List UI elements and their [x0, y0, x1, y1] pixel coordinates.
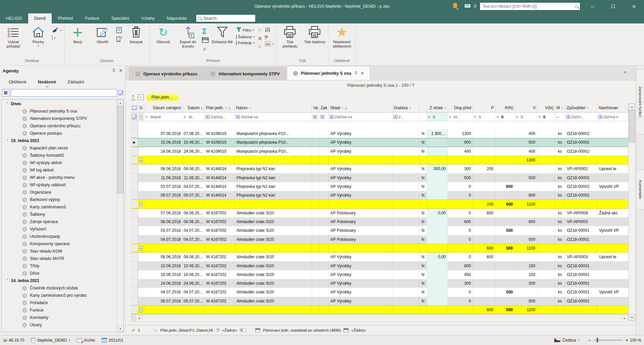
- splitter-handle[interactable]: [131, 315, 136, 322]
- sidebar-tab-ned-vn[interactable]: Nedávné: [38, 79, 56, 84]
- column-header-zak[interactable]: Zak∞: [319, 103, 329, 113]
- filter-cell-zak[interactable]: A: [319, 113, 329, 121]
- filter-cell-datum[interactable]: =St...: [183, 113, 205, 121]
- row-selector-cell[interactable]: [131, 244, 138, 252]
- column-header-v-n[interactable]: V(N): [537, 103, 555, 113]
- nastaven-obl-ben-ch-button[interactable]: ★Nastavení oblíbených: [330, 24, 354, 49]
- row-selector-cell[interactable]: [131, 164, 138, 173]
- tree-item-ulo-en-rozpady[interactable]: Uloženérozpady: [2, 233, 116, 240]
- tree-group-15-ledna-2021[interactable]: ˅15. ledna 2021: [2, 137, 116, 144]
- close-panel-icon[interactable]: ✕: [119, 68, 122, 73]
- column-header-sklad[interactable]: Sklad∞△: [329, 103, 392, 113]
- tree-item-wf-akce-polo-ky-menu[interactable]: Wf akce - položky menu: [2, 174, 116, 181]
- tree-item-vy-azen[interactable]: Vyřazení: [2, 225, 116, 233]
- column-header-m[interactable]: M∞: [555, 103, 565, 113]
- tree-item-zdroje-operace[interactable]: Zdroje operace: [2, 218, 116, 225]
- tree-item-kapacitn-pl-n-verze[interactable]: Kapacitní plán verze: [2, 144, 116, 152]
- filter-cell-z-sklad[interactable]: =S: [427, 113, 448, 121]
- filter-cell-col10[interactable]: [419, 113, 427, 121]
- filter-cell-datum-zah-jen[interactable]: =Stejné: [144, 113, 183, 121]
- ablony-button[interactable]: Šablony▾: [235, 34, 256, 39]
- filter-cell-disp-p-ed[interactable]: =St...: [448, 113, 473, 121]
- menu-tab-helios[interactable]: HELIOS: [0, 13, 28, 23]
- pin-icon[interactable]: [112, 68, 116, 73]
- pohledy-button[interactable]: Pohledy▾: [235, 41, 256, 45]
- scrollbar-thumb[interactable]: [117, 106, 123, 193]
- smazat-button[interactable]: Smazat: [124, 24, 148, 45]
- tab-processing-functions[interactable]: Zpracování funkcí: [636, 69, 644, 135]
- column-header-zp-sobitel[interactable]: Způsobitel∞: [565, 103, 597, 113]
- filter-icon[interactable]: ▽: [216, 328, 219, 333]
- filter-dropdown-icon[interactable]: ▾: [139, 114, 143, 120]
- split-button[interactable]: [201, 37, 210, 44]
- row-selector-cell[interactable]: [131, 173, 138, 182]
- row-selector-cell[interactable]: [131, 306, 138, 314]
- tree-item-tvary[interactable]: Útvary: [2, 321, 116, 329]
- tree-item-alternativn-komponenty-stpv[interactable]: Alternativní komponenty STPV: [2, 115, 116, 122]
- plochy-button[interactable]: Plochy▾: [26, 24, 50, 48]
- tisk-ablony-button[interactable]: Tisk šablony: [303, 24, 327, 45]
- group-total-row[interactable]: −6005001100: [131, 305, 628, 314]
- group-total-row[interactable]: −2006001100: [131, 200, 628, 208]
- zoom-slider-thumb[interactable]: [597, 338, 598, 342]
- column-header-col0[interactable]: [131, 103, 138, 113]
- collapse-group-button[interactable]: −: [138, 94, 144, 100]
- filter-cell-g[interactable]: ▾: [138, 113, 144, 121]
- scroll-right-icon[interactable]: ▸: [621, 315, 628, 322]
- tree-item-konstanty[interactable]: Konstanty: [2, 314, 116, 321]
- table-row[interactable]: 08.06.201808.06.20...M 4144014Přepravka …: [131, 164, 628, 173]
- row-selector-cell[interactable]: [131, 182, 138, 191]
- period-indicator[interactable]: 2021/01: [102, 338, 123, 343]
- menu-tab-vztahy[interactable]: Vztahy: [135, 13, 161, 23]
- maximize-button[interactable]: [604, 1, 622, 12]
- row-selector-cell[interactable]: [131, 209, 138, 217]
- filter-cell-v-n[interactable]: =S: [537, 113, 555, 121]
- scroll-down-icon[interactable]: ▾: [117, 326, 123, 332]
- sort-fields[interactable]: Plán.jedn.,Sklad,P.č.,Datum,Hl.: [160, 328, 214, 332]
- table-row[interactable]: 04.07.201804.07.20...M 4167202Almdudler …: [131, 288, 628, 296]
- tree-item-ablony-formul[interactable]: Šablony formulářů: [2, 152, 116, 159]
- group-by-label[interactable]: Plán.jedn.: [146, 94, 179, 100]
- filter-cell-col0[interactable]: [131, 113, 138, 121]
- grid-vertical-scrollbar[interactable]: ▴ ▾: [629, 103, 635, 321]
- color-swatch-button[interactable]: ▾: [51, 36, 63, 40]
- filter-cell-navrhovan[interactable]: AZačíná n: [597, 113, 628, 121]
- doc-button[interactable]: [115, 27, 123, 34]
- toggle-button[interactable]: [264, 35, 275, 40]
- column-header-p[interactable]: P: [473, 103, 495, 113]
- collapse-all-button[interactable]: ↑: [131, 94, 135, 100]
- x-gray-button[interactable]: ✕: [257, 27, 263, 33]
- tree-item-bankovn-v-pisy[interactable]: Bankovní výpisy: [2, 196, 116, 203]
- messages-icon[interactable]: [463, 2, 472, 10]
- tree-item-wf-v-skyty-aktivit[interactable]: Wf výskyty aktivit: [2, 159, 116, 166]
- column-header-col10[interactable]: [419, 103, 427, 113]
- row-selector-cell[interactable]: [131, 147, 138, 156]
- column-header-datum-zah-jen[interactable]: Datum zahájení: [144, 103, 183, 113]
- filter-cell-m[interactable]: ɯ: [555, 113, 565, 121]
- filter-cell-zp-sobitel[interactable]: AZačín...: [565, 113, 597, 121]
- tisk-p-ehledu-button[interactable]: Tisk přehledu: [278, 24, 302, 49]
- tree-item-operace-postupu[interactable]: Operace postupu: [2, 130, 116, 137]
- menu-tab-speci-ln[interactable]: Speciální: [105, 13, 135, 23]
- row-selector-cell[interactable]: ▶: [131, 138, 138, 146]
- tree-item-karty-zam-stnanc-pro-v-robu[interactable]: Karty zaměstnanců pro výrobu: [2, 292, 116, 299]
- filter-cell-p-n[interactable]: =S: [495, 113, 515, 121]
- row-selector-cell[interactable]: [131, 217, 138, 226]
- document-tab-alternativn-komponenty-stpv[interactable]: Alternativní komponenty STPV: [204, 67, 286, 80]
- table-row[interactable]: ▶15.06.201815.06.20...M 4106015Manipulač…: [131, 138, 628, 147]
- table-row[interactable]: 10.06.201810.06.20...M 4167202Almdudler …: [131, 261, 628, 270]
- menu-tab-dom[interactable]: Domů: [28, 13, 52, 23]
- global-search-box[interactable]: [480, 2, 580, 10]
- table-row[interactable]: 24.06.201824.06.20...M 4167202Almdudler …: [131, 279, 628, 288]
- filter-cell-va[interactable]: A: [312, 113, 319, 121]
- row-selector-cell[interactable]: [131, 253, 138, 261]
- edit-small-button[interactable]: [115, 36, 123, 43]
- sliders-button[interactable]: [264, 27, 275, 33]
- language-selector[interactable]: Čeština: [562, 338, 576, 343]
- document-tab-pl-novac-jednotky-s-osa[interactable]: Plánovací jednotky S osa✕: [287, 66, 370, 80]
- table-row[interactable]: 08.06.201808.06.20...M 4167202Almdudler …: [131, 253, 628, 261]
- tree-item-funkce[interactable]: Funkce: [2, 306, 116, 314]
- filter-cell-dodava[interactable]: AZ...: [392, 113, 419, 121]
- agenda-filter-icon[interactable]: [2, 89, 9, 96]
- scroll-up-icon[interactable]: ▴: [629, 104, 635, 110]
